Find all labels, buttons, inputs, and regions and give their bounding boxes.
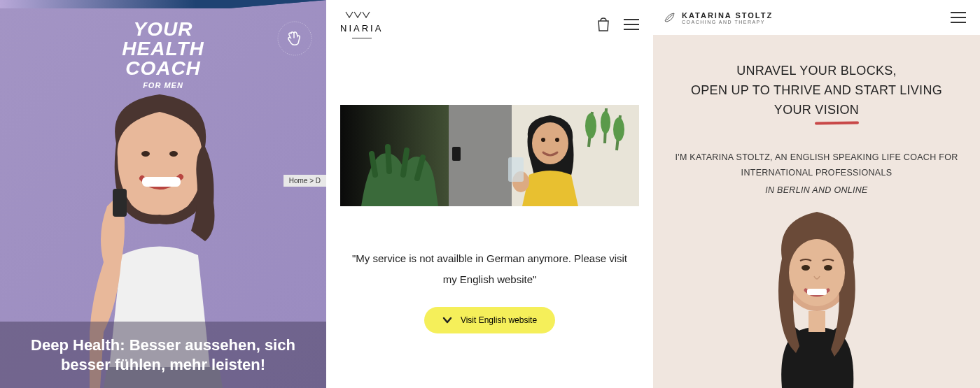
logo-text: NIARIA bbox=[340, 23, 383, 34]
logo-mark-icon bbox=[344, 10, 379, 20]
svg-rect-5 bbox=[113, 189, 127, 217]
hero-title: Deep Health: Besser aussehen, sich besse… bbox=[21, 336, 305, 374]
svg-point-18 bbox=[601, 111, 610, 134]
headline: UNRAVEL YOUR BLOCKS, OPEN UP TO THRIVE A… bbox=[674, 62, 959, 120]
panel-katarina: KATARINA STOLTZ COACHING AND THERAPY UNR… bbox=[653, 0, 980, 388]
brand-name: KATARINA STOLTZ bbox=[682, 11, 773, 20]
brand-tagline: COACHING AND THERAPY bbox=[682, 20, 773, 24]
svg-point-2 bbox=[141, 151, 150, 157]
shopping-bag-icon bbox=[596, 17, 610, 32]
cart-button[interactable] bbox=[596, 17, 611, 32]
svg-point-12 bbox=[532, 122, 568, 164]
header-sub: FOR MEN bbox=[122, 81, 204, 89]
menu-button[interactable] bbox=[624, 19, 639, 30]
svg-rect-24 bbox=[807, 289, 827, 295]
author-badge bbox=[277, 21, 312, 56]
visit-english-button[interactable]: Visit English website bbox=[424, 307, 555, 333]
hero-content: UNRAVEL YOUR BLOCKS, OPEN UP TO THRIVE A… bbox=[653, 35, 980, 198]
breadcrumb-separator: > bbox=[309, 177, 314, 185]
breadcrumb: Home > D bbox=[284, 175, 326, 187]
svg-point-19 bbox=[613, 117, 624, 141]
header-line1: YOUR bbox=[122, 20, 204, 39]
header-line2: HEALTH bbox=[122, 39, 204, 59]
svg-point-14 bbox=[555, 138, 559, 142]
svg-point-0 bbox=[278, 22, 312, 55]
breadcrumb-home[interactable]: Home bbox=[289, 177, 308, 185]
svg-point-23 bbox=[824, 265, 832, 271]
brand-logo[interactable]: KATARINA STOLTZ COACHING AND THERAPY bbox=[664, 11, 773, 24]
svg-point-13 bbox=[541, 138, 545, 142]
breadcrumb-current: D bbox=[316, 177, 321, 185]
intro-line1: I'M KATARINA STOLTZ, AN ENGLISH SPEAKING… bbox=[675, 152, 958, 178]
svg-point-17 bbox=[585, 113, 596, 138]
svg-point-3 bbox=[169, 151, 178, 157]
svg-point-22 bbox=[802, 265, 810, 271]
navbar: KATARINA STOLTZ COACHING AND THERAPY bbox=[653, 0, 980, 35]
svg-rect-9 bbox=[452, 147, 461, 161]
headline-line1: UNRAVEL YOUR BLOCKS, bbox=[736, 64, 897, 78]
cta-label: Visit English website bbox=[461, 315, 537, 325]
hero-header: YOUR HEALTH COACH FOR MEN bbox=[122, 20, 204, 89]
svg-rect-25 bbox=[808, 311, 825, 332]
logo-underline bbox=[352, 38, 372, 38]
svg-rect-16 bbox=[508, 157, 524, 182]
navbar: NIARIA bbox=[326, 0, 653, 49]
chevron-down-icon bbox=[442, 317, 452, 324]
panel-niaria: NIARIA bbox=[326, 0, 653, 388]
panel-health-coach: YOUR HEALTH COACH FOR MEN Home > D bbox=[0, 0, 326, 388]
brand-logo[interactable]: NIARIA bbox=[340, 10, 383, 38]
message-text: "My service is not availble in German an… bbox=[326, 248, 653, 290]
top-accent-stripe bbox=[0, 0, 326, 8]
svg-rect-4 bbox=[142, 177, 181, 187]
nav-icons bbox=[596, 17, 639, 32]
menu-button[interactable] bbox=[951, 12, 966, 23]
hero-overlay: Deep Health: Besser aussehen, sich besse… bbox=[0, 322, 326, 388]
header-line3: COACH bbox=[122, 59, 204, 78]
headline-highlight: VISION bbox=[815, 101, 859, 120]
leaf-icon bbox=[664, 11, 676, 24]
hero-image bbox=[340, 105, 639, 206]
portrait-image bbox=[719, 185, 915, 388]
ok-hand-icon bbox=[277, 21, 312, 56]
